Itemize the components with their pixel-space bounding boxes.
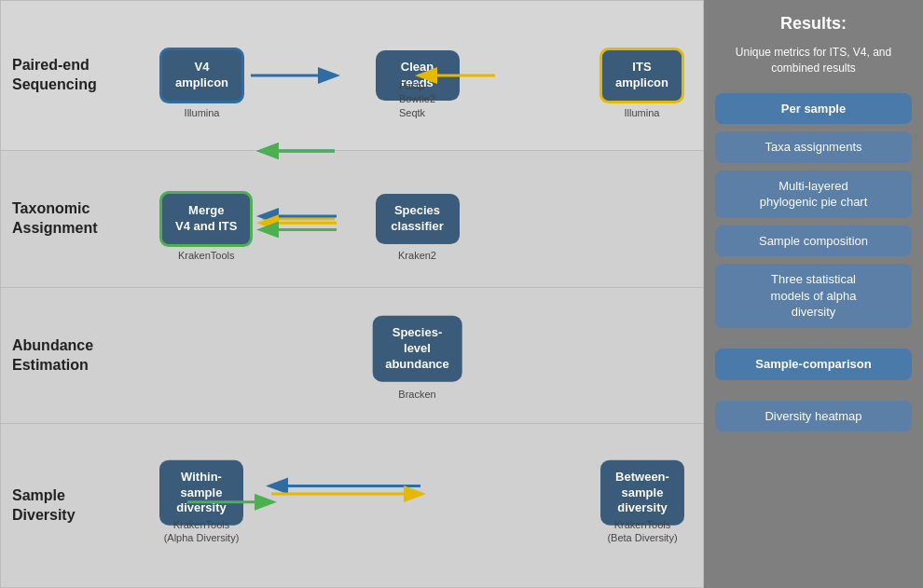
result-taxa: Taxa assignments: [715, 131, 912, 163]
spacer-2: [715, 388, 912, 393]
node-within: Within-samplediversity KrakenTools (Alph…: [159, 459, 243, 526]
label-diversity: Sample Diversity: [1, 424, 131, 587]
label-taxonomic: Taxonomic Assignment: [1, 151, 131, 287]
result-heatmap: Diversity heatmap: [715, 401, 912, 432]
results-subtitle: Unique metrics for ITS, V4, and combined…: [715, 45, 912, 76]
result-alpha: Three statisticalmodels of alphadiversit…: [715, 264, 912, 328]
result-composition: Sample composition: [715, 226, 912, 257]
content-diversity: Within-samplediversity KrakenTools (Alph…: [131, 424, 703, 587]
node-v4: V4amplicon Illumina: [159, 48, 244, 103]
results-title: Results:: [715, 14, 912, 34]
node-merge: MergeV4 and ITS KrakenTools: [159, 191, 253, 247]
result-phylogenic: Multi-layeredphylogenic pie chart: [715, 171, 912, 218]
node-its: ITSamplicon Illumina: [599, 48, 684, 103]
node-classifier: Speciesclassifier Kraken2: [376, 194, 460, 244]
row-sequencing: Paired-end Sequencing V4amplicon Illumin…: [1, 1, 703, 151]
node-between: Between-samplediversity KrakenTools (Bet…: [600, 459, 684, 526]
result-sample-comparison: Sample-comparison: [715, 349, 912, 380]
label-abundance: Abundance Estimation: [1, 288, 131, 424]
node-clean-reads: Cleanreads Fastp Bowtie2 Seqtk: [376, 50, 460, 101]
row-taxonomic: Taxonomic Assignment MergeV4 and ITS Kra…: [1, 151, 703, 288]
content-abundance: Species-levelabundance Bracken: [131, 288, 703, 424]
right-panel: Results: Unique metrics for ITS, V4, and…: [704, 0, 923, 588]
spacer-1: [715, 335, 912, 341]
row-abundance: Abundance Estimation Species-levelabunda…: [1, 288, 703, 425]
content-taxonomic: MergeV4 and ITS KrakenTools Speciesclass…: [131, 151, 703, 287]
label-sequencing: Paired-end Sequencing: [1, 1, 131, 150]
row-diversity: Sample Diversity Within-samplediversity …: [1, 424, 703, 587]
content-sequencing: V4amplicon Illumina Cleanreads Fastp Bow…: [131, 1, 703, 150]
node-abundance: Species-levelabundance Bracken: [372, 316, 462, 382]
main-diagram: Paired-end Sequencing V4amplicon Illumin…: [0, 0, 704, 588]
result-per-sample: Per sample: [715, 93, 912, 125]
